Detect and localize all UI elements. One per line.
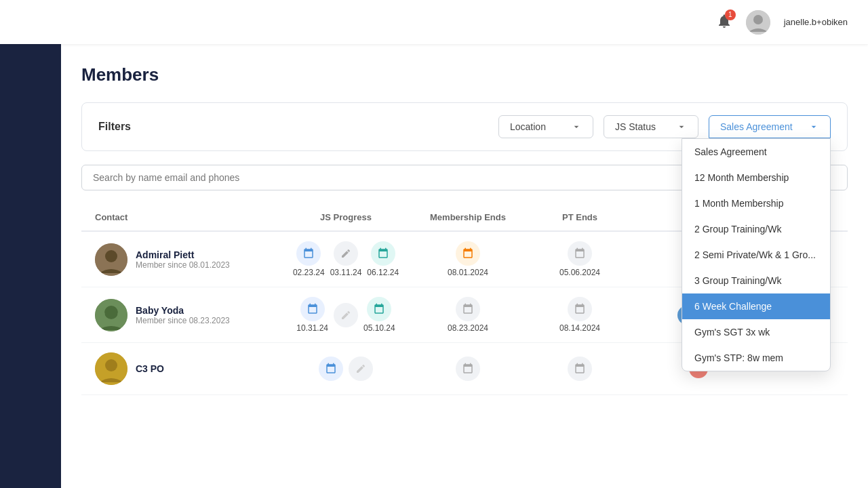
main-content: Members Filters Location JS Status	[61, 0, 868, 488]
pt-icon-1	[568, 241, 592, 266]
pt-icon-3	[568, 357, 592, 381]
sales-agreement-wrapper: Sales Agreement Sales Agreement 12 Month…	[709, 115, 831, 138]
date-group-1c: 06.12.24	[367, 241, 399, 277]
location-label: Location	[510, 121, 546, 132]
edit-icon-2	[334, 303, 358, 327]
date-group-3a	[319, 357, 343, 381]
date-group-1e: 05.06.2024	[559, 241, 600, 277]
date-text-2c: 05.10.24	[363, 323, 395, 333]
date-text-1b: 03.11.24	[330, 268, 362, 277]
date-group-2a: 10.31.24	[296, 297, 328, 333]
date-group-3d	[456, 357, 480, 381]
member-details-3: C3 PO	[136, 363, 164, 374]
app-container: S Members Filters Location JS Status	[0, 0, 868, 488]
member-since-1: Member since 08.01.2023	[136, 260, 230, 270]
dropdown-item-2-group[interactable]: 2 Group Training/Wk	[682, 216, 830, 242]
membership-ends-3	[407, 357, 529, 381]
dropdown-item-1-month[interactable]: 1 Month Membership	[682, 190, 830, 216]
svg-point-9	[105, 359, 117, 371]
col-js-progress: JS Progress	[285, 212, 407, 222]
date-text-1e: 05.06.2024	[559, 268, 600, 277]
member-details-1: Admiral Piett Member since 08.01.2023	[136, 249, 230, 270]
date-group-2c: 05.10.24	[363, 297, 395, 333]
member-info-3: C3 PO	[81, 352, 285, 385]
membership-icon-3	[456, 357, 480, 381]
avatar-1	[95, 243, 127, 276]
content-wrapper: Members Filters Location JS Status	[61, 44, 868, 488]
pt-icon-2	[568, 297, 592, 321]
dropdown-item-3-group[interactable]: 3 Group Training/Wk	[682, 268, 830, 293]
sales-agreement-filter[interactable]: Sales Agreement	[709, 115, 831, 138]
check-icon-1	[371, 241, 395, 266]
date-text-1a: 02.23.24	[293, 268, 325, 277]
date-group-2b	[334, 303, 358, 327]
sales-agreement-dropdown: Sales Agreement 12 Month Membership 1 Mo…	[682, 138, 831, 371]
date-group-1b: 03.11.24	[330, 241, 362, 277]
filter-controls: Location JS Status Sales Agreement	[498, 115, 831, 138]
date-text-2e: 08.14.2024	[559, 323, 600, 333]
sales-agreement-label: Sales Agreement	[720, 121, 793, 132]
date-group-1d: 08.01.2024	[448, 241, 488, 277]
js-progress-3	[285, 357, 407, 381]
avatar-2	[95, 299, 127, 331]
member-name-2: Baby Yoda	[136, 305, 230, 316]
filters-label: Filters	[98, 121, 131, 133]
pt-ends-1: 05.06.2024	[529, 241, 631, 277]
filters-section: Filters Location JS Status	[81, 102, 848, 151]
pt-ends-3	[529, 357, 631, 381]
dropdown-item-6-week[interactable]: 6 Week Challenge	[682, 293, 830, 319]
date-text-2a: 10.31.24	[296, 323, 328, 333]
member-info-1: Admiral Piett Member since 08.01.2023	[81, 243, 285, 276]
membership-icon-2	[456, 297, 480, 321]
pt-ends-2: 08.14.2024	[529, 297, 631, 333]
col-pt-ends: PT Ends	[529, 212, 631, 222]
date-group-3b	[349, 357, 373, 381]
col-contact: Contact	[81, 212, 285, 222]
username: janelle.b+obiken	[784, 17, 848, 27]
calendar-icon-2	[300, 297, 325, 321]
member-details-2: Baby Yoda Member since 08.23.2023	[136, 305, 230, 325]
edit-icon-1	[334, 241, 358, 266]
topbar: 1 janelle.b+obiken	[0, 0, 868, 44]
page-title: Members	[81, 64, 848, 85]
dropdown-item-gym-stp[interactable]: Gym's STP: 8w mem	[682, 345, 830, 371]
member-name-3: C3 PO	[136, 363, 164, 374]
date-text-1c: 06.12.24	[367, 268, 399, 277]
dropdown-item-2-semi[interactable]: 2 Semi Private/Wk & 1 Gro...	[682, 242, 830, 268]
dropdown-item-sales-agreement[interactable]: Sales Agreement	[682, 139, 830, 165]
js-status-filter[interactable]: JS Status	[604, 115, 698, 138]
dropdown-item-gym-sgt[interactable]: Gym's SGT 3x wk	[682, 319, 830, 345]
svg-point-1	[753, 15, 763, 24]
js-progress-1: 02.23.24 03.11.24 06.12.24	[285, 241, 407, 277]
dropdown-item-12-month[interactable]: 12 Month Membership	[682, 165, 830, 190]
date-group-2e: 08.14.2024	[559, 297, 600, 333]
svg-point-3	[105, 250, 117, 262]
date-text-1d: 08.01.2024	[448, 268, 488, 277]
topbar-right: 1 janelle.b+obiken	[716, 10, 848, 35]
check-icon-2	[367, 297, 391, 321]
notification-badge: 1	[725, 9, 736, 20]
js-status-label: JS Status	[615, 121, 656, 132]
date-text-2d: 08.23.2024	[448, 323, 488, 333]
location-filter[interactable]: Location	[498, 115, 593, 138]
calendar-icon-3	[319, 357, 343, 381]
member-info-2: Baby Yoda Member since 08.23.2023	[81, 299, 285, 331]
membership-ends-2: 08.23.2024	[407, 297, 529, 333]
membership-ends-1: 08.01.2024	[407, 241, 529, 277]
col-membership-ends: Membership Ends	[407, 212, 529, 222]
sidebar: S	[0, 0, 61, 488]
membership-icon-1	[456, 241, 480, 266]
js-progress-2: 10.31.24 05.10.24	[285, 297, 407, 333]
date-group-3e	[568, 357, 592, 381]
member-since-2: Member since 08.23.2023	[136, 316, 230, 325]
svg-point-5	[104, 306, 118, 319]
avatar-3	[95, 352, 127, 385]
calendar-icon-1	[296, 241, 321, 266]
member-name-1: Admiral Piett	[136, 249, 230, 260]
user-avatar	[746, 10, 770, 35]
date-group-1a: 02.23.24	[293, 241, 325, 277]
date-group-2d: 08.23.2024	[448, 297, 488, 333]
notification-bell[interactable]: 1	[716, 13, 732, 32]
edit-icon-3	[349, 357, 373, 381]
